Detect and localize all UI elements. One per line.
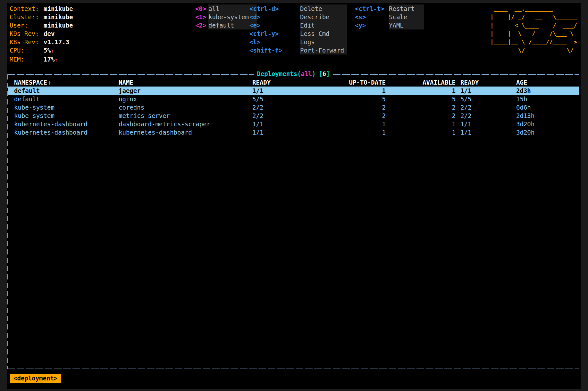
action-hotkey-label: Edit (300, 21, 347, 29)
cell-up-to-date: 1 (316, 120, 386, 128)
action-hotkey[interactable]: <ctrl-t>Restart (355, 4, 424, 13)
action-hotkey[interactable]: <ctrl-y>Less Cmd (249, 29, 347, 38)
cell-ready-2: 1/1 (456, 128, 512, 137)
column-header-available[interactable]: AVAILABLE (386, 78, 456, 87)
action-hotkey-key: <e> (249, 21, 300, 29)
action-hotkeys-primary: <ctrl-d>Delete<d>Describe<e>Edit<ctrl-y>… (249, 4, 347, 54)
action-hotkey[interactable]: <l>Logs (249, 38, 347, 46)
cell-ready: 1/1 (252, 128, 316, 137)
deployments-table: NAMESPACE↑NAMEREADYUP-TO-DATEAVAILABLERE… (8, 78, 579, 137)
table-row[interactable]: kube-systemcoredns2/2222/26d6h (8, 103, 579, 112)
cell-name: dashboard-metrics-scraper (119, 120, 252, 128)
namespace-hotkey-key: <1> (195, 13, 208, 21)
column-header-label: READY (460, 79, 479, 86)
action-hotkey-key: <shift-f> (249, 46, 300, 54)
sort-arrow-icon: ↑ (48, 79, 51, 86)
namespace-hotkey[interactable]: <1>kube-system (195, 13, 257, 21)
action-hotkey-label: Port-Forward (300, 46, 347, 54)
cell-namespace: kube-system (8, 112, 119, 120)
cluster-info-row: User:minikube (10, 21, 73, 29)
action-hotkey[interactable]: <shift-f>Port-Forward (249, 46, 347, 54)
column-header-label: AVAILABLE (423, 79, 456, 86)
cell-ready: 2/2 (252, 103, 316, 112)
table-row[interactable]: defaultjaeger1/1111/12d3h (8, 87, 579, 95)
cell-ready-2: 2/2 (456, 103, 512, 112)
panel-border-bottom (7, 369, 579, 369)
panel-border-right (579, 74, 579, 369)
column-header-age[interactable]: AGE (512, 78, 579, 87)
resource-breadcrumb[interactable]: <deployment> (10, 374, 61, 383)
cell-namespace: kubernetes-dashboard (8, 128, 119, 137)
cluster-info-value: 17% (44, 56, 55, 63)
cell-up-to-date: 2 (316, 103, 386, 112)
cell-available: 1 (386, 120, 456, 128)
cluster-info-label: Context: (10, 4, 44, 13)
cell-ready-2: 5/5 (456, 95, 512, 103)
cell-age: 6d6h (512, 103, 579, 112)
column-header-name[interactable]: NAME (119, 78, 252, 87)
cell-namespace: kube-system (8, 103, 119, 112)
cluster-info-label: K8s Rev: (10, 38, 44, 46)
column-header-up-to-date[interactable]: UP-TO-DATE (316, 78, 386, 87)
cell-age: 2d13h (512, 112, 579, 120)
action-hotkey-key: <l> (249, 38, 300, 46)
namespace-hotkey[interactable]: <2>default (195, 21, 257, 29)
cluster-info-value: minikube (44, 22, 73, 29)
column-header-label: UP-TO-DATE (349, 79, 386, 86)
table-row[interactable]: kube-systemmetrics-server2/2222/22d13h (8, 112, 579, 120)
column-header-ready-2[interactable]: READY (456, 78, 512, 87)
cell-ready: 1/1 (252, 120, 316, 128)
cluster-info-row: K8s Rev:v1.17.3 (10, 38, 73, 46)
cell-namespace: default (8, 95, 119, 103)
namespace-hotkey[interactable]: <0>all (195, 4, 257, 13)
metric-up-arrow-icon: ↑ (55, 57, 57, 63)
panel-title-resource: Deployments (257, 70, 297, 77)
cluster-info-row: K9s Rev:dev (10, 29, 73, 38)
panel-title-scope: all (301, 70, 312, 77)
cell-ready-2: 2/2 (456, 112, 512, 120)
action-hotkey[interactable]: <e>Edit (249, 21, 347, 29)
namespace-hotkeys: <0>all<1>kube-system<2>default (195, 4, 257, 29)
cell-namespace: default (8, 87, 119, 95)
action-hotkey[interactable]: <y>YAML (355, 21, 424, 29)
cell-available: 2 (386, 112, 456, 120)
column-header-namespace[interactable]: NAMESPACE↑ (8, 78, 119, 87)
panel-title: Deployments(all)[6] (254, 70, 333, 77)
cell-age: 3d20h (512, 120, 579, 128)
metric-up-arrow-icon: ↑ (51, 48, 54, 54)
column-header-ready[interactable]: READY (252, 78, 316, 87)
column-header-label: AGE (516, 79, 527, 86)
cluster-info-label: K9s Rev: (10, 29, 44, 38)
action-hotkey-label: Less Cmd (300, 29, 347, 38)
action-hotkey[interactable]: <d>Describe (249, 13, 347, 21)
cell-up-to-date: 2 (316, 112, 386, 120)
cluster-info-row: Context:minikube (10, 4, 73, 13)
table-row[interactable]: defaultnginx5/5555/515h (8, 95, 579, 103)
action-hotkey-label: Describe (300, 13, 347, 21)
header-zone: Context:minikubeCluster:minikubeUser:min… (9, 4, 578, 65)
cell-ready: 5/5 (252, 95, 316, 103)
k9s-logo: ____ __.________ | |/ _/ __ \______ | < … (490, 4, 577, 54)
action-hotkey[interactable]: <s>Scale (355, 13, 424, 21)
action-hotkey-label: Restart (389, 4, 424, 13)
cell-ready-2: 1/1 (456, 87, 512, 95)
cell-namespace: kubernetes-dashboard (8, 120, 119, 128)
cluster-info-value: minikube (44, 5, 73, 12)
action-hotkey-key: <s> (355, 13, 389, 21)
action-hotkey[interactable]: <ctrl-d>Delete (249, 4, 347, 13)
cell-available: 2 (386, 103, 456, 112)
table-row[interactable]: kubernetes-dashboardkubernetes-dashboard… (8, 128, 579, 137)
action-hotkey-key: <y> (355, 21, 389, 29)
cell-available: 1 (386, 128, 456, 137)
cluster-info-value: minikube (44, 13, 73, 21)
action-hotkey-label: Logs (300, 38, 347, 46)
cell-name: nginx (119, 95, 252, 103)
cell-available: 5 (386, 95, 456, 103)
cluster-info-row: MEM:17%↑ (10, 55, 73, 64)
cluster-info-label: CPU: (10, 46, 44, 54)
cell-age: 2d3h (512, 87, 579, 95)
deployments-panel: Deployments(all)[6] NAMESPACE↑NAMEREADYU… (7, 74, 579, 369)
cluster-info-label: Cluster: (10, 13, 44, 21)
table-row[interactable]: kubernetes-dashboarddashboard-metrics-sc… (8, 120, 579, 128)
cluster-info-value: dev (44, 30, 55, 37)
